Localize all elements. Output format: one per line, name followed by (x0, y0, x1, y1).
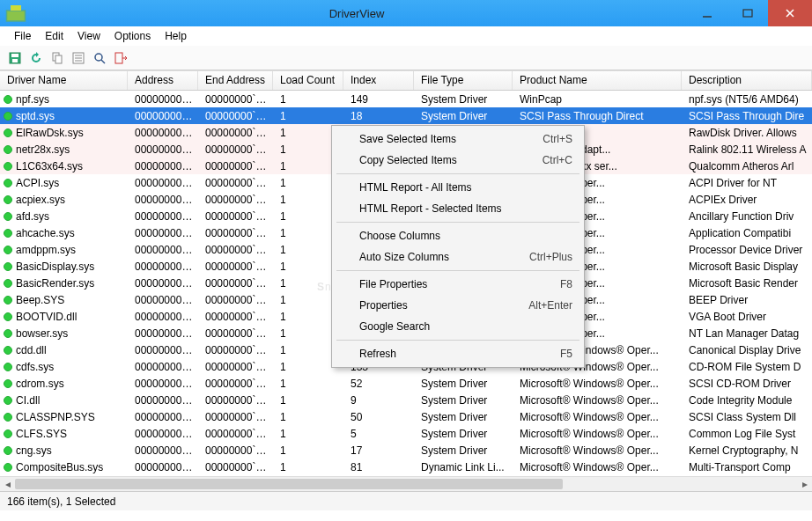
svg-rect-17 (115, 53, 122, 63)
cell-end-address: 00000000`0... (198, 378, 273, 390)
cell-load-count: 1 (273, 461, 343, 473)
context-menu-item[interactable]: File PropertiesF8 (335, 274, 581, 295)
copy-icon[interactable] (48, 48, 67, 68)
cell-address: 00000000`0... (128, 110, 198, 122)
table-row[interactable]: cdrom.sys00000000`0...00000000`0...152Sy… (0, 375, 812, 392)
menu-label: Google Search (359, 320, 430, 333)
cell-index: 9 (343, 394, 414, 407)
scroll-left-icon[interactable]: ◂ (0, 477, 15, 491)
menu-options[interactable]: Options (107, 28, 158, 44)
status-dot-icon (4, 379, 12, 388)
cell-file-type: System Driver (414, 444, 513, 457)
context-menu-item[interactable]: Google Search (335, 316, 581, 337)
cell-product-name: Microsoft® Windows® Oper... (513, 378, 682, 390)
cell-driver-name: BasicDisplay.sys (16, 260, 94, 273)
cell-address: 00000000`0... (128, 210, 198, 223)
cell-driver-name: BOOTVID.dll (16, 311, 77, 323)
cell-end-address: 00000000`0... (198, 294, 273, 306)
status-dot-icon (4, 262, 12, 271)
cell-address: 00000000`0... (128, 411, 198, 423)
col-driver-name[interactable]: Driver Name (0, 71, 128, 90)
col-file-type[interactable]: File Type (414, 71, 513, 90)
cell-index: 50 (343, 411, 414, 423)
col-product-name[interactable]: Product Name (513, 71, 682, 90)
menu-label: Refresh (359, 348, 396, 360)
context-menu-item[interactable]: Auto Size ColumnsCtrl+Plus (335, 246, 581, 268)
table-row[interactable]: CLFS.SYS00000000`0...00000000`0...15Syst… (0, 425, 812, 442)
maximize-button[interactable] (727, 0, 768, 26)
menu-edit[interactable]: Edit (38, 28, 70, 44)
cell-driver-name: cdd.dll (16, 344, 47, 356)
cell-driver-name: cng.sys (16, 444, 52, 457)
properties-icon[interactable] (69, 48, 88, 68)
status-text: 166 item(s), 1 Selected (7, 495, 115, 508)
cell-end-address: 00000000`0... (198, 461, 273, 473)
cell-description: Application Compatibi (682, 227, 812, 239)
cell-product-name: Microsoft® Windows® Oper... (513, 444, 682, 457)
menu-view[interactable]: View (70, 28, 107, 44)
cell-description: NT Lan Manager Datag (682, 327, 812, 340)
context-menu-item[interactable]: HTML Report - All Items (335, 177, 581, 198)
table-row[interactable]: CI.dll00000000`0...00000000`0...19System… (0, 392, 812, 408)
cell-end-address: 00000000`0... (198, 394, 273, 407)
status-dot-icon (4, 128, 12, 137)
cell-address: 00000000`0... (128, 260, 198, 273)
cell-description: SCSI CD-ROM Driver (682, 378, 812, 390)
cell-description: CD-ROM File System D (682, 361, 812, 373)
svg-rect-3 (743, 10, 752, 17)
cell-address: 00000000`0... (128, 461, 198, 473)
status-dot-icon (4, 363, 12, 371)
menu-separator (336, 222, 579, 223)
menu-shortcut: F8 (560, 278, 572, 290)
menu-shortcut: Ctrl+Plus (529, 251, 572, 263)
menu-help[interactable]: Help (158, 28, 194, 44)
table-row[interactable]: sptd.sys00000000`0...00000000`0...118Sys… (0, 107, 812, 124)
col-index[interactable]: Index (343, 71, 414, 90)
close-button[interactable] (768, 0, 812, 26)
col-description[interactable]: Description (682, 71, 812, 90)
col-end-address[interactable]: End Address (198, 71, 273, 90)
cell-end-address: 00000000`0... (198, 361, 273, 373)
cell-file-type: System Driver (414, 93, 513, 106)
context-menu-item[interactable]: PropertiesAlt+Enter (335, 295, 581, 316)
cell-description: SCSI Class System Dll (682, 411, 812, 423)
svg-rect-1 (11, 5, 21, 11)
horizontal-scrollbar[interactable]: ◂ ▸ (0, 476, 812, 491)
col-load-count[interactable]: Load Count (273, 71, 343, 90)
context-menu-item[interactable]: Choose Columns (335, 225, 581, 246)
app-icon (5, 3, 26, 24)
status-dot-icon (4, 329, 12, 338)
cell-end-address: 00000000`0... (198, 327, 273, 340)
context-menu-item[interactable]: HTML Report - Selected Items (335, 198, 581, 219)
context-menu-item[interactable]: RefreshF5 (335, 343, 581, 364)
status-dot-icon (4, 279, 12, 288)
cell-end-address: 00000000`0... (198, 260, 273, 273)
table-row[interactable]: CompositeBus.sys00000000`0...00000000`0.… (0, 459, 812, 475)
status-dot-icon (4, 446, 12, 455)
save-icon[interactable] (5, 48, 25, 68)
find-icon[interactable] (90, 48, 109, 68)
minimize-button[interactable] (687, 0, 727, 26)
cell-address: 00000000`0... (128, 361, 198, 373)
scroll-right-icon[interactable]: ▸ (797, 477, 812, 491)
cell-driver-name: CLFS.SYS (16, 428, 67, 440)
cell-end-address: 00000000`0... (198, 277, 273, 290)
cell-driver-name: L1C63x64.sys (16, 160, 83, 172)
col-address[interactable]: Address (128, 71, 198, 90)
table-row[interactable]: CLASSPNP.SYS00000000`0...00000000`0...15… (0, 408, 812, 425)
context-menu-item[interactable]: Save Selected ItemsCtrl+S (335, 128, 581, 150)
table-row[interactable]: cng.sys00000000`0...00000000`0...117Syst… (0, 442, 812, 459)
refresh-icon[interactable] (26, 48, 46, 68)
svg-rect-7 (11, 54, 18, 57)
scroll-thumb[interactable] (15, 479, 563, 489)
menu-file[interactable]: File (7, 28, 38, 44)
cell-end-address: 00000000`0... (198, 127, 273, 139)
cell-description: Kernel Cryptography, N (682, 444, 812, 457)
cell-address: 00000000`0... (128, 227, 198, 239)
menu-separator (336, 270, 579, 271)
exit-icon[interactable] (111, 48, 130, 68)
cell-driver-name: amdppm.sys (16, 244, 76, 256)
svg-rect-10 (55, 55, 62, 63)
context-menu-item[interactable]: Copy Selected ItemsCtrl+C (335, 150, 581, 171)
table-row[interactable]: npf.sys00000000`0...00000000`0...1149Sys… (0, 91, 812, 107)
